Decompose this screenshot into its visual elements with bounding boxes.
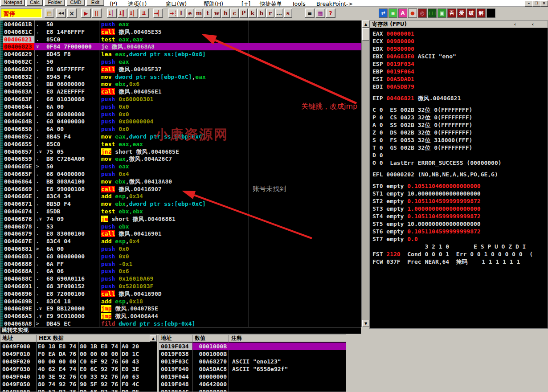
register-line[interactable]: EFL 00000202 (NO,NB,NE,A,NS,PO,GE,G) [372, 171, 498, 178]
monitor-icon[interactable]: ▣ [438, 8, 446, 18]
register-line[interactable]: ESI 00A5DAD1 [372, 75, 414, 83]
step-over-button[interactable]: ↓▎ [118, 8, 127, 18]
stack-row[interactable]: 0019F0340001000B [159, 343, 346, 350]
disasm-row[interactable]: 0040681C.E8 14F6FFFFcall 微风.00405E35 [0, 28, 361, 36]
disasm-row[interactable]: 0040685E>50push eax [0, 163, 361, 170]
register-line[interactable]: D 0 [372, 151, 383, 159]
dump-row[interactable]: 0049F060B0 52 92 76D0 68 92 76D0 DE [0, 388, 157, 392]
stack-row[interactable]: 0019F04000A5DAC8ASCII "6558e92f" [159, 365, 346, 373]
disasm-row[interactable]: 00406891.68 3F090152push 0x5201093F [0, 282, 361, 290]
menu-item[interactable]: [+] [241, 0, 250, 7]
register-line[interactable]: ST2 empty 0.1051104599999999872 [372, 197, 481, 205]
disasm-row[interactable]: 0040684B.68 04000080push 0x80000004 [0, 118, 361, 125]
register-line[interactable]: 3 2 1 0 E S P U O Z D I [372, 243, 526, 250]
register-line[interactable]: S 0 FS 0053 32位 318000(FFF) [372, 136, 472, 144]
scroll-down-button[interactable]: ▼ [362, 320, 369, 327]
register-line[interactable]: EBP 0019F064 [372, 68, 414, 75]
register-line[interactable]: ST1 empty 10.000000000000000000 [372, 190, 481, 197]
wu-icon[interactable]: 吾 [447, 8, 456, 18]
disasm-scrollbar[interactable]: ▲ ▼ [361, 20, 369, 327]
stack-header-value[interactable]: 数值 [195, 335, 205, 342]
jie-icon[interactable]: 解 [477, 8, 486, 18]
open-file-button[interactable]: ▤ [45, 8, 54, 18]
disasm-row[interactable]: 0040687E.83C4 04add esp,0x4 [0, 237, 361, 245]
register-line[interactable]: ST7 empty 0.0 [372, 235, 418, 243]
disasm-row[interactable]: 00406864.BB 808A4100mov ebx,微风.00418A80 [0, 178, 361, 185]
disasm-row[interactable]: 00406859.B8 C7264A00mov eax,微风.004A26C7 [0, 155, 361, 163]
menu-item[interactable]: BreakPoint-> [316, 0, 353, 7]
disasm-row[interactable]: 004068A8>DB45 ECfild dword ptr ss:[ebp-0… [0, 320, 361, 327]
view-button-h[interactable]: h [221, 8, 230, 18]
pause-button[interactable]: || [92, 8, 102, 18]
stack-row[interactable]: 0019F04400000000 [159, 373, 346, 380]
black-square-icon[interactable] [487, 8, 495, 18]
close-button[interactable]: × [540, 0, 548, 7]
launcher-button-cmd[interactable]: CMD [67, 0, 85, 6]
register-line[interactable]: ESP 0019F034 [372, 60, 414, 68]
disasm-row[interactable]: 0040688A.6A 06push 0x6 [0, 267, 361, 275]
view-button-l[interactable]: l [177, 8, 185, 18]
trace-into-button[interactable]: ⇓▏ [128, 8, 138, 18]
disasm-row[interactable]: 00406846.68 00000000push 0x0 [0, 110, 361, 118]
disasm-row[interactable]: 0040686E.83C4 34add esp,0x34 [0, 192, 361, 200]
dump-row[interactable]: 0049F03040 62 E4 74E0 6C 92 76E0 3E [0, 365, 157, 373]
register-line[interactable]: Z 0 DS 002B 32位 0(FFFFFFFF) [372, 129, 472, 136]
register-line[interactable]: T 0 GS 002B 32位 0(FFFFFFFF) [372, 144, 472, 151]
stack-row[interactable]: 0019F03C00A68270ASCII "eno123" [159, 358, 346, 365]
disasm-row[interactable]: 00406857.∨75 05jnz short 微风.0040685E [0, 148, 361, 155]
disasm-row[interactable]: 00406876.∨74 09je short 微风.00406881 [0, 215, 361, 223]
register-line[interactable]: C 0 ES 002B 32位 0(FFFFFFFF) [372, 106, 472, 114]
view-button-t[interactable]: t [204, 8, 212, 18]
view-button-r[interactable]: r [266, 8, 274, 18]
hex-dump-pane[interactable]: 地址 HEX 数据 ▲ 0049F000E0 18 E8 7480 1B E8 … [0, 335, 157, 392]
disasm-row[interactable]: 0040688C.68 690A0116push 0x16010A69 [0, 275, 361, 282]
api-a-icon[interactable]: A [398, 8, 407, 18]
restart-button[interactable]: ◀◀ [56, 8, 66, 18]
run-button[interactable]: ▶ [81, 8, 91, 18]
register-line[interactable]: EAX 00000001 [372, 30, 414, 37]
disasm-row[interactable]: 00406896.E8 72000100call 微风.0041690D [0, 290, 361, 298]
register-line[interactable]: EIP 00406821 微风.00406821 [372, 94, 461, 102]
view-button-b[interactable]: b [257, 8, 266, 18]
view-button-dots[interactable]: … [275, 8, 283, 18]
launcher-button-calc[interactable]: Calc [27, 0, 43, 6]
disasm-row[interactable]: 0040682D.E8 05F7FFFFcall 微风.00405F37 [0, 65, 361, 73]
disasm-row[interactable]: 00406883.68 00000000push 0x0 [0, 253, 361, 260]
scrollbar-thumb[interactable] [362, 28, 369, 41]
register-line[interactable]: FCW 037F Prec NEAR,64 掩码 1 1 1 1 1 1 [372, 258, 520, 265]
register-line[interactable]: ST4 empty 0.1051104599999999872 [372, 212, 481, 220]
disasm-row[interactable]: 00406874.85DBtest ebx,ebx [0, 208, 361, 215]
disasm-row[interactable]: 0040689E.∨E9 BB120000jmp 微风.00407B5E [0, 305, 361, 312]
disasm-row[interactable]: 0040683A.E8 A2EEFFFFcall 微风.004056E1 [0, 88, 361, 95]
stack-header-address[interactable]: 地址 [161, 335, 172, 342]
disasm-row[interactable]: 00406881>6A 00push 0x0 [0, 245, 361, 253]
register-line[interactable]: ECX 00980000 [372, 37, 414, 45]
disasm-row[interactable]: 00406821.85C0test eax,eax [0, 36, 361, 43]
stack-pane[interactable]: 地址 数值 注释 0019F0340001000B0019F0380001000… [159, 335, 346, 392]
launcher-button-exit[interactable]: Exit [86, 0, 104, 6]
view-button-P[interactable]: P [239, 8, 248, 18]
po-icon[interactable]: 破 [467, 8, 476, 18]
disasm-row[interactable]: 00406888.6A FFpush -0x1 [0, 260, 361, 268]
view-button-k[interactable]: k [248, 8, 257, 18]
disasm-row[interactable]: 004068A3.∨E9 9C010000jmp 微风.00406A44 [0, 312, 361, 320]
register-line[interactable]: EDI 00A5DB79 [372, 83, 414, 90]
minimize-button[interactable]: – [525, 0, 533, 7]
swap-arrows-icon[interactable]: ⇄ [379, 8, 388, 18]
collapse-button[interactable]: ‹ [512, 21, 518, 27]
windows-list-icon[interactable]: ≡ [305, 8, 315, 18]
dump-scroll-up-button[interactable]: ▲ [150, 335, 157, 342]
menu-item[interactable]: (P) [110, 0, 117, 7]
dump-header-address[interactable]: 地址 [2, 335, 13, 342]
target-ball-icon[interactable]: ● [408, 8, 417, 18]
launcher-button-folder[interactable]: Folder [45, 0, 65, 6]
close-program-button[interactable]: × [67, 8, 77, 18]
register-line[interactable]: FST 2120 Cond 0 0 0 1 Err 0 0 1 0 0 0 0 … [372, 250, 533, 258]
disasm-row[interactable]: 00406832.8945 F4mov dword ptr ss:[ebp-0x… [0, 73, 361, 81]
register-line[interactable]: ST6 empty 0.1051104599999999872 [372, 228, 481, 235]
disasm-row[interactable]: 0040681B.50push eax [0, 20, 361, 28]
disasm-row[interactable]: 0040685F.68 04000000push 0x4 [0, 170, 361, 178]
disasm-row[interactable]: 0040682C.50push eax [0, 58, 361, 65]
disasm-row[interactable]: 00406871.8B5D F4mov ebx,dword ptr ss:[eb… [0, 200, 361, 208]
help-icon[interactable]: ? [326, 8, 335, 18]
